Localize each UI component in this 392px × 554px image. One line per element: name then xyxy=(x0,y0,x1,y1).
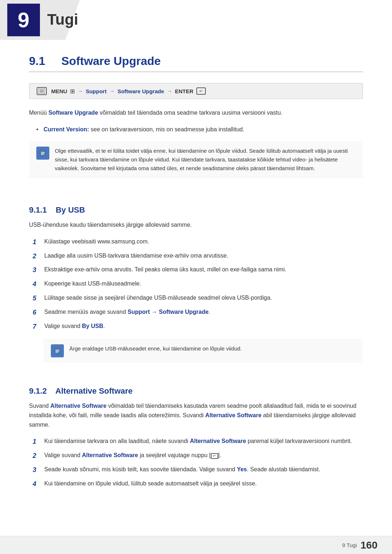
bullet-item-current-version: Current Version: see on tarkvaraversioon… xyxy=(36,125,363,134)
section-9-1-2-intro: Suvand Alternative Software võimaldab te… xyxy=(29,401,363,429)
section-9-1-2-number: 9.1.2 xyxy=(29,386,47,395)
step-text-5: Lülitage seade sisse ja seejärel ühendag… xyxy=(44,293,272,304)
step-num-2: 2 xyxy=(33,251,40,262)
main-content: 9.1 Software Upgrade MENU ⊞ → Support → … xyxy=(0,40,392,518)
step-text-3: Ekstraktige exe-arhiiv oma arvutis. Teil… xyxy=(44,265,286,275)
top-header: 9 Tugi xyxy=(0,0,392,40)
section-9-1-2-title: 9.1.2 Alternative Software xyxy=(29,386,363,396)
section-9-1-1-number: 9.1.1 xyxy=(29,205,47,214)
alt-step-text-3: Seade kuvab sõnumi, mis küsib teilt, kas… xyxy=(44,465,320,475)
arrow-1: → xyxy=(78,88,83,94)
alt-sw-inline-1: Alternative Software xyxy=(50,403,107,409)
step-text-1: Külastage veebisaiti www.samsung.com. xyxy=(44,237,149,247)
step-num-6: 6 xyxy=(33,307,40,318)
alt-sw-bold-2: Alternative Software xyxy=(82,452,138,458)
alt-sw-step-3: 3 Seade kuvab sõnumi, mis küsib teilt, k… xyxy=(33,465,363,475)
footer-page-number: 160 xyxy=(360,539,377,551)
step-num-1: 1 xyxy=(33,237,40,247)
note-box-2: Ärge eraldage USB-mäluseadet enne, kui t… xyxy=(44,339,363,363)
step-num-3: 3 xyxy=(33,265,40,275)
current-version-text: see on tarkvaraversioon, mis on seadmess… xyxy=(91,126,244,132)
alt-step-text-4: Kui täiendamine on lõpule viidud, lülitu… xyxy=(44,479,257,489)
section-9-1-number: 9.1 xyxy=(29,54,45,67)
alt-step-text-2: Valige suvand Alternative Software ja se… xyxy=(44,451,221,461)
section-9-1-1-intro: USB-ühenduse kaudu täiendamiseks järgige… xyxy=(29,220,363,230)
page-footer: 9 Tugi 160 xyxy=(0,536,392,554)
yes-bold: Yes xyxy=(237,466,247,472)
usb-step-6: 6 Seadme menüüs avage suvand Support → S… xyxy=(33,307,363,318)
chapter-title: Tugi xyxy=(47,11,78,28)
note-icon-2 xyxy=(51,344,64,357)
footer-label: 9 Tugi xyxy=(342,542,357,548)
alt-step-text-1: Kui täiendamise tarkvara on alla laaditu… xyxy=(44,436,352,447)
software-upgrade-label: Software Upgrade xyxy=(118,88,164,94)
menu-icon xyxy=(37,87,47,95)
usb-step-2: 2 Laadige alla uusim USB-tarkvara täiend… xyxy=(33,251,363,262)
enter-icon: ↵ xyxy=(196,87,206,95)
remote-icon xyxy=(38,89,45,94)
alt-step-num-3: 3 xyxy=(33,465,40,475)
step-text-7: Valige suvand By USB. xyxy=(44,321,105,332)
usb-note-text: Ärge eraldage USB-mäluseadet enne, kui t… xyxy=(69,344,242,357)
arrow-2: → xyxy=(110,88,115,94)
alt-sw-step-1: 1 Kui täiendamise tarkvara on alla laadi… xyxy=(33,436,363,447)
usb-steps-list: 1 Külastage veebisaiti www.samsung.com. … xyxy=(33,237,363,332)
alt-sw-inline-2: Alternative Software xyxy=(205,412,262,418)
alt-step-num-2: 2 xyxy=(33,451,40,461)
arrow-3: → xyxy=(167,88,172,94)
alt-sw-step-2: 2 Valige suvand Alternative Software ja … xyxy=(33,451,363,461)
step-num-5: 5 xyxy=(33,293,40,304)
enter-icon-inline: ↵ xyxy=(211,453,218,459)
note-text-1: Olge ettevaatlik, et te ei lülita toidet… xyxy=(55,147,356,173)
section-9-1-2-heading: Alternative Software xyxy=(56,386,133,395)
section-9-1-1-heading: By USB xyxy=(56,205,85,214)
usb-step-3: 3 Ekstraktige exe-arhiiv oma arvutis. Te… xyxy=(33,265,363,275)
note-icon-1 xyxy=(36,147,49,160)
step-text-6: Seadme menüüs avage suvand Support → Sof… xyxy=(44,307,210,318)
bullet-list: Current Version: see on tarkvaraversioon… xyxy=(36,125,363,134)
menu-label: MENU xyxy=(51,88,67,94)
section-9-1-1-title: 9.1.1 By USB xyxy=(29,205,363,215)
step-text-2: Laadige alla uusim USB-tarkvara täiendam… xyxy=(44,251,228,262)
section-9-1-heading: Software Upgrade xyxy=(61,54,161,67)
software-upgrade-inline: Software Upgrade xyxy=(48,110,98,116)
alt-sw-step-4: 4 Kui täiendamine on lõpule viidud, lüli… xyxy=(33,479,363,489)
menu-path: MENU ⊞ → Support → Software Upgrade → EN… xyxy=(29,83,363,99)
alt-step-num-4: 4 xyxy=(33,479,40,489)
usb-step-5: 5 Lülitage seade sisse ja seejärel ühend… xyxy=(33,293,363,304)
chapter-number: 9 xyxy=(18,9,29,30)
page: 9 Tugi 9.1 Software Upgrade MENU ⊞ → xyxy=(0,0,392,554)
note-symbol-1 xyxy=(38,149,47,157)
alt-step-num-1: 1 xyxy=(33,436,40,447)
usb-step-1: 1 Külastage veebisaiti www.samsung.com. xyxy=(33,237,363,247)
step-num-4: 4 xyxy=(33,279,40,290)
section-9-1-title: 9.1 Software Upgrade xyxy=(29,54,363,72)
sw-upgrade-bold: Software Upgrade xyxy=(159,309,209,315)
by-usb-bold: By USB xyxy=(82,323,103,329)
chapter-number-box: 9 xyxy=(7,4,40,36)
grid-icon: ⊞ xyxy=(70,88,75,95)
note-box-1: Olge ettevaatlik, et te ei lülita toidet… xyxy=(29,141,363,178)
current-version-label: Current Version: xyxy=(44,126,89,132)
usb-step-7: 7 Valige suvand By USB. xyxy=(33,321,363,332)
section-9-1-intro: Menüü Software Upgrade võimaldab teil tä… xyxy=(29,108,363,118)
alt-sw-steps-list: 1 Kui täiendamise tarkvara on alla laadi… xyxy=(33,436,363,489)
step-num-7: 7 xyxy=(33,321,40,332)
support-label: Support xyxy=(86,88,107,94)
step-text-4: Kopeerige kaust USB-mäluseadmele. xyxy=(44,279,141,290)
enter-label: ENTER xyxy=(175,88,193,94)
alt-sw-bold-1: Alternative Software xyxy=(190,438,246,444)
support-bold: Support xyxy=(127,309,150,315)
usb-step-4: 4 Kopeerige kaust USB-mäluseadmele. xyxy=(33,279,363,290)
note-symbol-2 xyxy=(53,346,62,355)
